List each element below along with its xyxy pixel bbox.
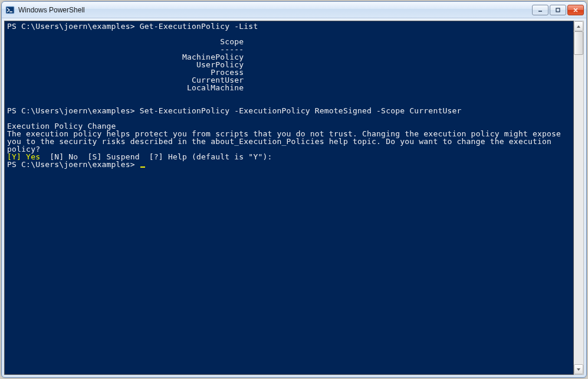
svg-rect-3 <box>556 8 560 12</box>
minimize-button[interactable] <box>532 5 548 15</box>
vertical-scrollbar[interactable] <box>574 21 584 375</box>
powershell-window: Windows PowerShell PS C:\Users\joern\exa… <box>1 1 587 378</box>
window-title: Windows PowerShell <box>18 6 532 14</box>
scroll-down-button[interactable] <box>574 364 583 374</box>
close-button[interactable] <box>567 5 584 15</box>
scroll-up-button[interactable] <box>574 21 583 31</box>
window-buttons <box>532 5 584 15</box>
powershell-icon <box>5 5 15 15</box>
console-output[interactable]: PS C:\Users\joern\examples> Get-Executio… <box>4 21 574 375</box>
svg-rect-0 <box>6 6 14 14</box>
scrollbar-track[interactable] <box>574 31 583 364</box>
maximize-button[interactable] <box>550 5 566 15</box>
scrollbar-thumb[interactable] <box>574 31 583 55</box>
titlebar[interactable]: Windows PowerShell <box>2 2 586 18</box>
client-area: PS C:\Users\joern\examples> Get-Executio… <box>4 21 584 375</box>
